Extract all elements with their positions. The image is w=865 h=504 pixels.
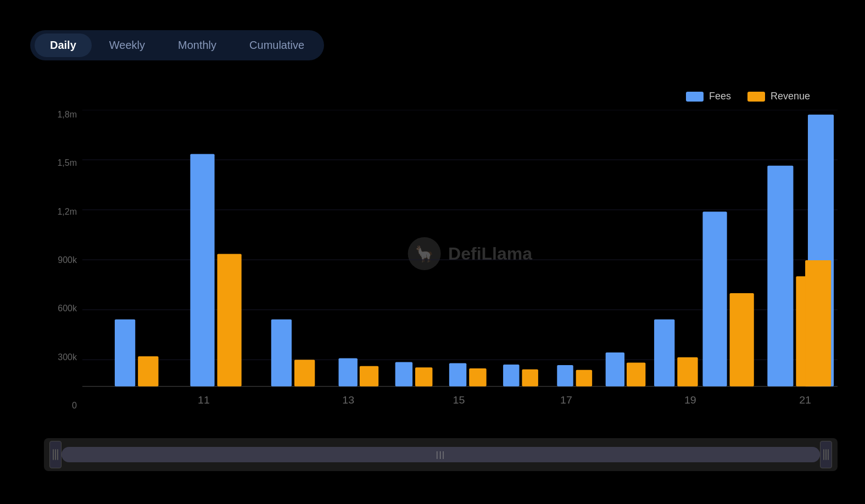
bar-day18-fees	[606, 352, 624, 387]
bars-chart: 11 13 15 17 19 21	[82, 110, 838, 411]
scrollbar-grip: |||	[436, 450, 445, 459]
bar-day15-revenue	[469, 368, 486, 387]
bar-day11-revenue	[217, 254, 242, 387]
revenue-label: Revenue	[771, 91, 810, 102]
bar-day21-revenue	[805, 260, 831, 387]
y-label-900k: 900k	[44, 255, 82, 265]
x-label-13: 13	[342, 395, 354, 406]
bar-day13-revenue	[360, 366, 378, 387]
scrollbar-left-handle[interactable]	[49, 441, 62, 468]
y-axis: 1,8m 1,5m 1,2m 900k 600k 300k 0	[44, 110, 82, 411]
y-label-600k: 600k	[44, 304, 82, 313]
tab-daily[interactable]: Daily	[35, 33, 92, 57]
bar-day11-fees	[190, 154, 214, 386]
bar-day10-revenue	[138, 356, 158, 387]
bar-day17-revenue	[576, 370, 592, 387]
legend-revenue: Revenue	[747, 91, 810, 102]
bar-day17-fees	[557, 365, 573, 387]
bar-day19b-fees	[702, 212, 727, 387]
scrollbar-thumb[interactable]: |||	[62, 447, 820, 462]
bars-area: 11 13 15 17 19 21	[82, 110, 838, 411]
bar-day15-fees	[449, 363, 466, 386]
bar-day20-fees	[767, 166, 793, 387]
bar-day19a-revenue	[677, 357, 697, 387]
bar-day19b-revenue	[730, 293, 754, 387]
bar-day13-fees	[339, 359, 358, 387]
y-label-1.5m: 1,5m	[44, 158, 82, 168]
bar-day14-revenue	[415, 367, 432, 386]
tab-weekly[interactable]: Weekly	[94, 33, 160, 57]
x-label-21: 21	[799, 395, 811, 406]
chart-container: Daily Weekly Monthly Cumulative Fees Rev…	[0, 0, 865, 504]
y-label-300k: 300k	[44, 352, 82, 362]
y-label-0: 0	[44, 401, 82, 411]
y-label-1.2m: 1,2m	[44, 207, 82, 217]
tab-cumulative[interactable]: Cumulative	[234, 33, 320, 57]
fees-label: Fees	[709, 91, 731, 102]
revenue-swatch	[747, 92, 765, 102]
tab-monthly[interactable]: Monthly	[163, 33, 232, 57]
legend-fees: Fees	[686, 91, 731, 102]
legend: Fees Revenue	[686, 91, 810, 102]
fees-swatch	[686, 92, 704, 102]
bar-day12-revenue	[294, 360, 315, 387]
x-label-17: 17	[560, 395, 572, 406]
bar-day12-fees	[271, 320, 292, 387]
chart-area: 1,8m 1,5m 1,2m 900k 600k 300k 0	[44, 110, 838, 411]
x-label-19: 19	[684, 395, 696, 406]
bar-day10-fees	[115, 320, 135, 387]
y-label-1.8m: 1,8m	[44, 110, 82, 120]
x-label-15: 15	[453, 395, 465, 406]
bar-day19a-fees	[654, 320, 674, 387]
bar-day14-fees	[395, 362, 412, 387]
bar-day18-revenue	[627, 362, 645, 386]
scrollbar-track[interactable]: |||	[62, 447, 820, 462]
scrollbar-container[interactable]: |||	[44, 438, 838, 471]
bar-day16-fees	[503, 365, 519, 387]
scrollbar-right-handle[interactable]	[820, 441, 832, 468]
tab-bar: Daily Weekly Monthly Cumulative	[30, 30, 324, 60]
bar-day16-revenue	[522, 369, 538, 387]
x-label-11: 11	[198, 395, 210, 406]
